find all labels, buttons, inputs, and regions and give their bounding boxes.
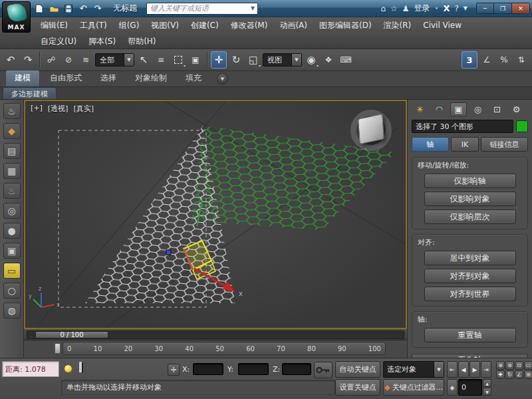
- object-color-swatch[interactable]: [516, 120, 528, 132]
- chevron-down-icon[interactable]: ▼: [434, 362, 444, 377]
- ribbon-tab-selection[interactable]: 选择: [92, 70, 125, 86]
- select-and-rotate-icon[interactable]: ↻: [228, 51, 244, 68]
- y-coordinate-input[interactable]: [238, 363, 269, 375]
- key-filters-button[interactable]: ◆ 关键点过滤器...: [383, 379, 444, 396]
- zoom-region-icon[interactable]: ▭: [524, 361, 532, 370]
- zoom-extents-icon[interactable]: ⊡: [515, 361, 523, 370]
- shapes-icon[interactable]: ◆: [3, 123, 21, 139]
- maximize-viewport-icon[interactable]: ⊞: [524, 370, 532, 379]
- application-menu-button[interactable]: MAX: [2, 1, 31, 33]
- menu-create[interactable]: 创建(C): [185, 17, 225, 33]
- key-icon[interactable]: [314, 362, 332, 378]
- use-pivot-center-icon[interactable]: ◉▾: [303, 51, 319, 68]
- help-icon[interactable]: ?: [454, 4, 458, 13]
- previous-frame-icon[interactable]: ◀: [458, 361, 469, 378]
- affect-hierarchy-only-button[interactable]: 仅影响层次: [424, 209, 516, 224]
- teapot-dark-icon[interactable]: ♨: [3, 183, 21, 199]
- align-to-object-button[interactable]: 对齐到对象: [424, 269, 516, 283]
- ik-tab[interactable]: IK: [451, 137, 479, 152]
- ribbon-tab-object-paint[interactable]: 对象绘制: [126, 70, 176, 86]
- window-crossing-icon[interactable]: ▣: [188, 51, 203, 68]
- select-and-link-icon[interactable]: ☍: [43, 51, 59, 68]
- select-and-move-icon[interactable]: ✛: [211, 51, 227, 68]
- spinner-down-icon[interactable]: ▼: [483, 388, 491, 396]
- menu-customize[interactable]: 自定义(U): [35, 33, 82, 49]
- favorites-star-icon[interactable]: ☆: [390, 4, 398, 13]
- spinner-up-icon[interactable]: ▲: [483, 379, 491, 387]
- absolute-mode-transform-icon[interactable]: ✛: [168, 364, 180, 376]
- menu-group[interactable]: 组(G): [113, 17, 146, 33]
- save-icon[interactable]: [63, 3, 74, 15]
- ribbon-collapse-icon[interactable]: ▼: [217, 73, 228, 84]
- time-slider-handle[interactable]: 0 / 100: [35, 331, 108, 338]
- affect-pivot-only-button[interactable]: 仅影响轴: [424, 174, 516, 188]
- reset-pivot-button[interactable]: 重置轴: [424, 328, 516, 342]
- auto-key-button[interactable]: 自动关键点: [335, 361, 380, 378]
- menu-scripting[interactable]: 脚本(S): [82, 33, 122, 49]
- time-slider-track[interactable]: 0 / 100: [27, 331, 404, 339]
- select-and-scale-icon[interactable]: ◱▾: [245, 51, 261, 68]
- teapot-icon[interactable]: ♨: [3, 103, 21, 119]
- menu-graph-editors[interactable]: 图形编辑器(D): [313, 17, 378, 33]
- select-by-name-icon[interactable]: ≡: [153, 51, 169, 68]
- go-to-end-icon[interactable]: ⇥: [481, 361, 491, 378]
- spinner-snap-icon[interactable]: ⇅: [513, 51, 529, 68]
- search-dropdown-icon[interactable]: ▼: [248, 5, 257, 11]
- viewport-shading-label[interactable]: [真实]: [73, 104, 94, 114]
- undo-icon[interactable]: ↶: [3, 51, 19, 68]
- help-dropdown-icon[interactable]: ▼: [464, 5, 467, 11]
- pivot-tab[interactable]: 轴: [412, 137, 449, 152]
- menu-modifiers[interactable]: 修改器(M): [225, 17, 274, 33]
- target-icon[interactable]: ◎: [3, 203, 21, 219]
- keyboard-shortcut-override-icon[interactable]: ⌨: [338, 51, 354, 68]
- utilities-tab-icon[interactable]: ⚙: [508, 102, 525, 116]
- communities-icon[interactable]: ⌂: [380, 4, 386, 13]
- select-and-manipulate-icon[interactable]: ❖: [321, 51, 336, 68]
- menu-views[interactable]: 视图(V): [145, 17, 185, 33]
- ribbon-tab-freeform[interactable]: 自由形式: [41, 70, 90, 86]
- viewcube-cube[interactable]: [358, 114, 384, 144]
- zoom-all-icon[interactable]: ⊛: [505, 361, 514, 370]
- circle-icon[interactable]: ○: [3, 283, 21, 299]
- field-of-view-icon[interactable]: ∠: [515, 370, 523, 379]
- camera-panel-icon[interactable]: ▣: [3, 243, 21, 259]
- menu-tools[interactable]: 工具(T): [74, 17, 113, 33]
- x-coordinate-input[interactable]: [193, 363, 223, 375]
- gizmo-z-handle[interactable]: [166, 250, 171, 255]
- menu-civil-view[interactable]: Civil View: [417, 17, 467, 33]
- menu-animation[interactable]: 动画(A): [273, 17, 313, 33]
- viewport-menu-label[interactable]: [+]: [31, 104, 43, 114]
- z-coordinate-input[interactable]: [282, 363, 311, 375]
- center-to-object-button[interactable]: 居中到对象: [424, 251, 516, 265]
- signin-button[interactable]: 登录: [414, 3, 430, 14]
- bind-to-space-warp-icon[interactable]: ≋: [78, 51, 94, 68]
- help-search-input[interactable]: [147, 4, 248, 13]
- menu-edit[interactable]: 编辑(E): [35, 17, 74, 33]
- redo-quick-icon[interactable]: ↷: [92, 3, 104, 15]
- affect-object-only-button[interactable]: 仅影响对象: [424, 192, 516, 206]
- zoom-icon[interactable]: ⊕: [496, 361, 505, 370]
- angle-snap-icon[interactable]: ∠: [479, 51, 495, 68]
- grid-icon[interactable]: ▦: [3, 163, 21, 179]
- orbit-icon[interactable]: ↻: [505, 370, 514, 379]
- menu-help[interactable]: 帮助(H): [122, 33, 162, 49]
- go-to-start-icon[interactable]: ⇤: [447, 361, 458, 378]
- close-button[interactable]: ✕: [512, 3, 530, 14]
- pan-icon[interactable]: ✚: [496, 370, 505, 379]
- key-mode-toggle-icon[interactable]: ◈: [447, 379, 458, 396]
- adaptive-degradation-bulb-icon[interactable]: [64, 364, 72, 373]
- set-key-button[interactable]: 设置关键点: [335, 379, 380, 396]
- new-file-icon[interactable]: [33, 3, 45, 15]
- selection-lock-icon[interactable]: [79, 363, 89, 374]
- swatch-yellow-icon[interactable]: ▭: [3, 263, 21, 279]
- select-object-icon[interactable]: ↖: [136, 51, 152, 68]
- ribbon-subtab-polygon-modeling[interactable]: 多边形建模: [3, 87, 57, 99]
- perspective-viewport[interactable]: [+] [透视] [真实]: [24, 100, 407, 329]
- link-info-tab[interactable]: 链接信息: [481, 137, 528, 152]
- circle-dark-icon[interactable]: ◍: [3, 303, 21, 319]
- reference-coordinate-system-dropdown[interactable]: 视图 ▼: [263, 53, 302, 66]
- display-tab-icon[interactable]: ⊡: [489, 102, 505, 116]
- percent-snap-icon[interactable]: %: [496, 51, 512, 68]
- selection-filter-dropdown[interactable]: 全部 ▼: [95, 53, 134, 66]
- viewport-pov-label[interactable]: [透视]: [48, 104, 68, 114]
